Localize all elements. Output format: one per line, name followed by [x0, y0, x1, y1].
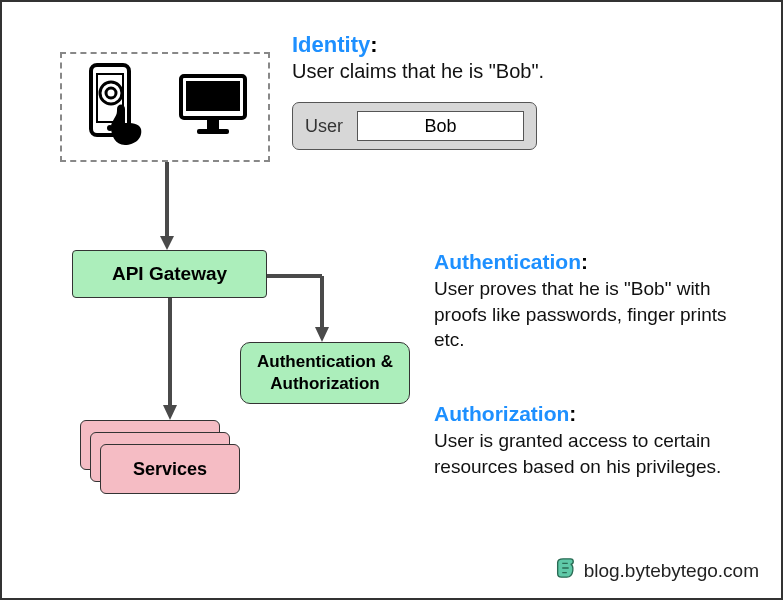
authentication-title: Authentication [434, 250, 581, 273]
svg-rect-7 [207, 119, 219, 129]
authentication-description: User proves that he is "Bob" with proofs… [434, 276, 754, 353]
svg-marker-10 [160, 236, 174, 250]
authorization-section: Authorization: User is granted access to… [434, 402, 754, 479]
arrow-gateway-to-auth [267, 272, 347, 344]
api-gateway-node: API Gateway [72, 250, 267, 298]
bytebytego-logo-icon [554, 557, 576, 584]
authentication-section: Authentication: User proves that he is "… [434, 250, 754, 353]
authorization-description: User is granted access to certain resour… [434, 428, 754, 479]
diagram-canvas: Identity: User claims that he is "Bob". … [2, 2, 781, 598]
user-identity-chip: User Bob [292, 102, 537, 150]
authentication-colon: : [581, 250, 588, 273]
svg-marker-13 [315, 327, 329, 342]
identity-title: Identity [292, 32, 370, 57]
arrow-devices-to-gateway [157, 162, 177, 252]
user-chip-value: Bob [357, 111, 524, 141]
desktop-monitor-icon [177, 72, 249, 142]
identity-colon: : [370, 32, 377, 57]
mobile-touch-icon [81, 63, 159, 152]
auth-authz-label: Authentication & Authorization [257, 351, 393, 395]
authorization-colon: : [569, 402, 576, 425]
arrow-gateway-to-services [160, 298, 180, 422]
authorization-title: Authorization [434, 402, 569, 425]
attribution-text: blog.bytebytego.com [584, 560, 759, 582]
svg-rect-6 [186, 81, 240, 111]
client-devices-box [60, 52, 270, 162]
attribution-footer: blog.bytebytego.com [554, 557, 759, 584]
svg-rect-8 [197, 129, 229, 134]
svg-marker-15 [163, 405, 177, 420]
user-chip-label: User [305, 116, 343, 137]
services-node: Services [80, 420, 235, 495]
identity-section: Identity: User claims that he is "Bob". [292, 32, 612, 83]
auth-authz-node: Authentication & Authorization [240, 342, 410, 404]
service-card-front: Services [100, 444, 240, 494]
identity-description: User claims that he is "Bob". [292, 60, 612, 83]
